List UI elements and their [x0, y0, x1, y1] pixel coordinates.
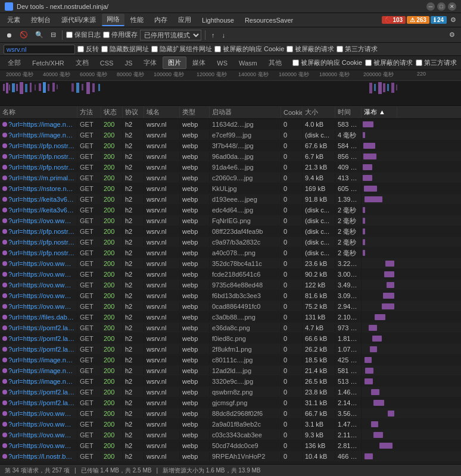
th-name[interactable]: 名称 — [0, 107, 77, 118]
settings-button[interactable]: ⚙ — [448, 15, 459, 25]
table-row[interactable]: ?url=https://image.nostr.bui... GET 200 … — [0, 130, 461, 140]
table-row[interactable]: ?url=https://ovo.www.media... GET 200 h2… — [0, 258, 461, 269]
filter-button[interactable]: ⊟ — [48, 30, 58, 40]
th-time[interactable]: 时间 — [335, 107, 362, 118]
maximize-button[interactable]: □ — [437, 2, 446, 11]
table-row[interactable]: ?url=https://ovo.www.media... GET 200 h2… — [0, 280, 461, 290]
th-cookie[interactable]: Cookie — [281, 108, 303, 117]
table-row[interactable]: ?url=https://l.nostr.build/9R... GET 200… — [0, 451, 461, 462]
third-party-checkbox[interactable] — [337, 46, 343, 52]
tab-wasm[interactable]: Wasm — [233, 58, 263, 68]
menu-performance[interactable]: 性能 — [126, 14, 148, 26]
disable-cache-label[interactable]: 停用缓存 — [103, 30, 138, 39]
tab-js[interactable]: JS — [119, 58, 138, 68]
table-row[interactable]: ?url=https://pomf2.lain.la/f/... GET 200… — [0, 387, 461, 397]
table-row[interactable]: ?url=https://pomf2.lain.la/f/... GET 200… — [0, 344, 461, 355]
th-size[interactable]: 大小 — [303, 107, 335, 118]
table-row[interactable]: ?url=https://ovo.www.media... GET 200 h2… — [0, 269, 461, 280]
tab-doc[interactable]: 文档 — [70, 57, 94, 69]
blocked-response-cookies-checkbox[interactable] — [214, 46, 221, 52]
table-row[interactable]: ?url=https://m.primal.net/K... GET 200 h… — [0, 173, 461, 183]
th-initiator[interactable]: 启动器 — [210, 107, 281, 118]
menu-memory[interactable]: 内存 — [149, 14, 172, 26]
table-row[interactable]: ?url=https://ovo.www.media... GET 200 h2… — [0, 408, 461, 419]
table-row[interactable]: ?url=https://pfp.nostr.build/... GET 200… — [0, 151, 461, 162]
th-method[interactable]: 方法 — [77, 107, 101, 118]
table-row[interactable]: ?url=https://keita3v6.dev.cd... GET 200 … — [0, 194, 461, 205]
th-protocol[interactable]: 协议 — [123, 107, 144, 118]
blocked-response-cookies-label[interactable]: 被屏蔽的响应 Cookie — [214, 45, 284, 54]
table-row[interactable]: ?url=https://ovo.www.media... GET 200 h2… — [0, 419, 461, 430]
table-row[interactable]: ?url=https://image.nostr.bui... GET 200 … — [0, 119, 461, 130]
table-row[interactable]: ?url=https://pfp.nostr.build/... GET 200… — [0, 140, 461, 151]
tab-font[interactable]: 字体 — [138, 57, 162, 69]
menu-network[interactable]: 网络 — [102, 14, 124, 26]
timeline[interactable]: 20000 毫秒 40000 毫秒 60000 毫秒 80000 毫秒 1000… — [0, 70, 461, 106]
hide-extensions-label[interactable]: 隐藏扩展组件网址 — [151, 45, 212, 54]
blocked-requests-tab-checkbox[interactable] — [365, 60, 372, 66]
blocked-cookies-tab-label[interactable]: 被屏蔽的响应 Cookie — [292, 58, 362, 67]
tab-css[interactable]: CSS — [95, 58, 119, 68]
table-row[interactable]: ?url=https://pfp.nostr.build/... GET 200… — [0, 248, 461, 258]
table-row[interactable]: ?url=https://ovo.www.media... GET 200 h2… — [0, 430, 461, 440]
blocked-cookies-tab-checkbox[interactable] — [292, 60, 299, 66]
table-row[interactable]: ?url=https://pfp.nostr.build/... GET 200… — [0, 162, 461, 173]
url-filter-input[interactable] — [4, 45, 75, 54]
tab-other[interactable]: 其他 — [263, 57, 287, 69]
table-row[interactable]: ?url=https://ovo.www.media... GET 200 h2… — [0, 301, 461, 312]
th-type[interactable]: 类型 — [180, 107, 210, 118]
table-row[interactable]: ?url=https://pomf2.lain.la/f/... GET 200… — [0, 397, 461, 408]
table-row[interactable]: ?url=https://nstore.nostrve... GET 200 h… — [0, 183, 461, 194]
table-row[interactable]: ?url=https://pomf2.lain.la/f/... GET 200… — [0, 333, 461, 344]
preserve-log-checkbox[interactable] — [66, 32, 73, 38]
menu-console[interactable]: 控制台 — [26, 14, 55, 26]
menu-lighthouse[interactable]: Lighthouse — [197, 15, 239, 25]
third-party-tab-checkbox[interactable] — [416, 60, 422, 66]
disable-cache-checkbox[interactable] — [103, 32, 110, 38]
blocked-requests-tab-label[interactable]: 被屏蔽的请求 — [365, 58, 413, 67]
th-domain[interactable]: 域名 — [144, 107, 180, 118]
tab-ws[interactable]: WS — [211, 58, 233, 68]
throttle-wrapper[interactable]: 已停用节流模式 — [140, 30, 201, 40]
table-row[interactable]: ?url=https://keita3v6.dev.cd... GET 200 … — [0, 205, 461, 215]
table-row[interactable]: ?url=https://image.nostr.bui... GET 200 … — [0, 355, 461, 365]
close-button[interactable]: ✕ — [448, 2, 456, 11]
invert-checkbox[interactable] — [77, 46, 84, 52]
clear-button[interactable]: 🚫 — [17, 30, 30, 40]
tab-image[interactable]: 图片 — [163, 57, 186, 69]
menu-elements[interactable]: 元素 — [2, 14, 25, 26]
table-row[interactable]: ?url=https://pfp.nostr.build/... GET 200… — [0, 237, 461, 248]
import-button[interactable]: ↑ — [209, 30, 217, 40]
preserve-log-label[interactable]: 保留日志 — [66, 30, 101, 39]
minimize-button[interactable]: ─ — [426, 2, 435, 11]
table-row[interactable]: ?url=https://pomf2.lain.la/f/... GET 200… — [0, 322, 461, 333]
table-row[interactable]: ?url=https://ovo.www.media... GET 200 h2… — [0, 440, 461, 451]
menu-sources[interactable]: 源代码/来源 — [57, 14, 101, 26]
record-button[interactable]: ⏺ — [4, 30, 15, 40]
table-row[interactable]: ?url=https://pfp.nostr.build/... GET 200… — [0, 226, 461, 237]
hide-extensions-checkbox[interactable] — [151, 46, 158, 52]
blocked-requests-checkbox[interactable] — [286, 46, 293, 52]
throttle-select[interactable]: 已停用节流模式 — [140, 30, 201, 40]
third-party-tab-label[interactable]: 第三方请求 — [416, 58, 457, 67]
search-button[interactable]: 🔍 — [33, 30, 46, 40]
export-button[interactable]: ↓ — [220, 30, 228, 40]
network-table[interactable]: ?url=https://image.nostr.bui... GET 200 … — [0, 119, 461, 463]
hide-data-url-label[interactable]: 隐藏数据网址 — [101, 45, 149, 54]
table-row[interactable]: ?url=https://image.nostr.bui... GET 200 … — [0, 376, 461, 387]
th-status[interactable]: 状态 — [101, 107, 123, 118]
table-row[interactable]: ?url=https://ovo.www.media... GET 200 h2… — [0, 290, 461, 301]
th-waterfall[interactable]: 瀑布 ▲ — [362, 107, 397, 118]
menu-resources-saver[interactable]: ResourcesSaver — [240, 15, 298, 25]
tab-all[interactable]: 全部 — [2, 57, 26, 69]
table-row[interactable]: ?url=https://image.nostr.bui... GET 200 … — [0, 365, 461, 376]
tab-fetch-xhr[interactable]: Fetch/XHR — [27, 58, 70, 68]
table-row[interactable]: ?url=https://ovo.www.media... GET 200 h2… — [0, 215, 461, 226]
blocked-requests-label[interactable]: 被屏蔽的请求 — [286, 45, 334, 54]
hide-data-url-checkbox[interactable] — [101, 46, 108, 52]
table-row[interactable]: ?url=https://files.dabrca/c3... GET 200 … — [0, 312, 461, 322]
tab-media[interactable]: 媒体 — [187, 57, 211, 69]
menu-application[interactable]: 应用 — [173, 14, 196, 26]
invert-label[interactable]: 反转 — [77, 45, 99, 54]
network-settings-button[interactable]: ⚙ — [447, 30, 457, 40]
